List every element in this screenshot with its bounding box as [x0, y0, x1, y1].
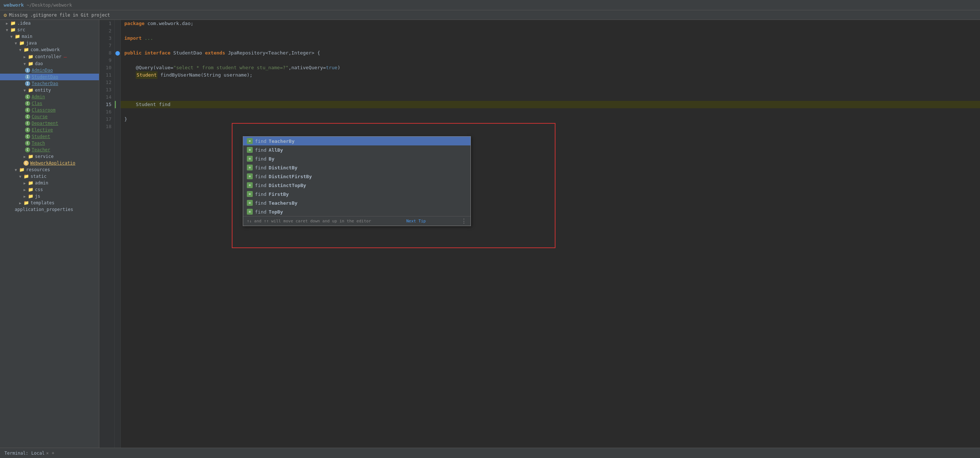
ac-suffix: DistinctBy: [269, 165, 297, 171]
line-num-15: 18: [102, 123, 111, 130]
sidebar-item-elective[interactable]: C Elective: [0, 127, 99, 133]
code-line-15[interactable]: Student find: [121, 101, 980, 108]
keyword: public: [124, 49, 145, 57]
sidebar-item-student[interactable]: C Student: [0, 133, 99, 140]
arrow-icon: ▶: [24, 181, 26, 185]
code-text: ...: [145, 35, 153, 42]
arrow-icon: ▼: [6, 28, 8, 32]
sidebar-item-resources[interactable]: ▼ 📁 resources: [0, 166, 99, 173]
sidebar-item-src[interactable]: ▼ 📁 src: [0, 27, 99, 33]
keyword: interface: [145, 49, 173, 57]
sidebar-item-clas[interactable]: C Clas: [0, 100, 99, 107]
sidebar-item-teacherdao[interactable]: I TeacherDao: [0, 80, 99, 87]
autocomplete-item-5[interactable]: findDistinctTopBy: [243, 181, 471, 190]
class-icon: C: [25, 147, 30, 152]
line-num-6: 9: [102, 57, 111, 64]
sidebar-item-java[interactable]: ▼ 📁 java: [0, 40, 99, 46]
sidebar-item-webworkapplication[interactable]: C WebworkApplicatio: [0, 160, 99, 166]
sidebar-item-label: admin: [35, 180, 48, 185]
method-icon: [247, 138, 253, 144]
sidebar-item-js[interactable]: ▶ 📁 js: [0, 193, 99, 199]
sidebar-item-label: dao: [35, 61, 43, 66]
code-line-2: [121, 27, 980, 35]
autocomplete-item-7[interactable]: findTeachersBy: [243, 198, 471, 207]
sidebar-item-idea[interactable]: ▶ 📁 .idea: [0, 20, 99, 27]
sidebar-item-templates[interactable]: ▶ 📁 templates: [0, 199, 99, 206]
autocomplete-item-6[interactable]: findFirstBy: [243, 190, 471, 198]
warning-text: Missing .gitignore file in Git project: [9, 13, 110, 18]
autocomplete-item-0[interactable]: findTeacherBy: [243, 137, 471, 145]
terminal-add-icon[interactable]: +: [51, 451, 54, 456]
arrow-icon: ▶: [24, 55, 26, 59]
keyword: package: [124, 20, 148, 27]
gutter-empty: [115, 64, 120, 72]
path: ~/Desktop/webwork: [27, 3, 72, 8]
class-icon: C: [25, 114, 30, 119]
code-text: [124, 72, 136, 79]
ac-suffix: DistinctTopBy: [269, 183, 306, 188]
class-icon: C: [25, 128, 30, 132]
code-container: 1 2 3 7 8 9 10 11 12 13 14 15 16 17 18: [99, 20, 980, 448]
ac-prefix: find: [255, 191, 266, 197]
code-text: @Query(value=: [124, 64, 173, 72]
sidebar-item-static[interactable]: ▼ 📁 static: [0, 173, 99, 180]
sidebar-item-label: main: [22, 34, 32, 39]
sidebar-item-admin[interactable]: C Admin: [0, 94, 99, 100]
sidebar-item-teacher[interactable]: C Teacher: [0, 147, 99, 153]
sidebar-item-label: AdminDao: [32, 68, 53, 73]
terminal-tab-local[interactable]: Local ×: [31, 451, 49, 456]
autocomplete-item-2[interactable]: findBy: [243, 154, 471, 163]
arrow-icon: ▶: [19, 201, 21, 205]
sidebar-item-studentdao[interactable]: I StudentDao: [0, 73, 99, 80]
terminal-close-icon[interactable]: ×: [46, 451, 49, 456]
warning-bar: ⚙ Missing .gitignore file in Git project: [0, 10, 980, 20]
highlighted-type: Student: [136, 72, 158, 79]
sidebar-item-main[interactable]: ▼ 📁 main: [0, 33, 99, 40]
autocomplete-item-3[interactable]: findDistinctBy: [243, 163, 471, 172]
folder-icon: 📁: [24, 174, 29, 179]
sidebar-item-department[interactable]: C Department: [0, 120, 99, 127]
main-layout: ▶ 📁 .idea ▼ 📁 src ▼ 📁 main ▼ 📁 java ▼ 📁 …: [0, 20, 980, 448]
line-num-8: 11: [102, 72, 111, 79]
autocomplete-footer: ↑↓ and ↑↑ will move caret down and up in…: [243, 216, 471, 226]
code-text: JpaRepository<Teacher,Integer> {: [228, 49, 320, 57]
sidebar-item-admin-static[interactable]: ▶ 📁 admin: [0, 180, 99, 186]
code-lines[interactable]: package com.webwork.dao; import ... publ…: [121, 20, 980, 448]
line-num-3: 3: [102, 35, 111, 42]
sidebar-item-appprops[interactable]: application_properties: [0, 206, 99, 213]
sidebar-item-dao[interactable]: ▼ 📁 dao: [0, 61, 99, 67]
autocomplete-item-4[interactable]: findDistinctFirstBy: [243, 172, 471, 181]
arrow-icon: ▶: [24, 155, 26, 159]
code-text: com.webwork.dao;: [148, 20, 194, 27]
ac-prefix: find: [255, 183, 266, 188]
ac-suffix: AllBy: [269, 147, 283, 153]
method-icon: [247, 182, 253, 188]
sidebar-item-classroom[interactable]: C Classroom: [0, 107, 99, 113]
code-text: Student find: [124, 101, 170, 108]
sidebar-item-label: Admin: [32, 94, 45, 99]
sidebar-item-css[interactable]: ▶ 📁 css: [0, 186, 99, 193]
sidebar-item-course[interactable]: C Course: [0, 113, 99, 120]
editor-area: 1 2 3 7 8 9 10 11 12 13 14 15 16 17 18: [99, 20, 980, 448]
code-line-11: Student findByUserName(String username);: [121, 72, 980, 79]
sidebar-item-label: js: [35, 194, 40, 199]
folder-icon: 📁: [24, 47, 29, 52]
sidebar-item-label: src: [17, 27, 25, 32]
sidebar-item-entity[interactable]: ▼ 📁 entity: [0, 87, 99, 94]
ac-suffix: TeachersBy: [269, 200, 297, 206]
more-options-icon[interactable]: ⋮: [461, 218, 467, 225]
sidebar-item-label: templates: [30, 200, 54, 206]
sidebar-item-controller[interactable]: ▶ 📁 controller —: [0, 53, 99, 61]
line-num-10: 13: [102, 86, 111, 94]
code-line-13: [121, 86, 980, 94]
sidebar-item-teach[interactable]: C Teach: [0, 140, 99, 147]
next-tip-link[interactable]: Next Tip: [406, 219, 426, 223]
sidebar-item-label: Course: [32, 114, 48, 119]
sidebar-item-service[interactable]: ▶ 📁 service: [0, 153, 99, 160]
arrow-icon: ▼: [10, 35, 13, 39]
sidebar-item-comwebwork[interactable]: ▼ 📁 com.webwork: [0, 46, 99, 53]
sidebar-item-admindao[interactable]: I AdminDao: [0, 67, 99, 73]
code-line-17: }: [121, 116, 980, 123]
autocomplete-item-8[interactable]: findTopBy: [243, 207, 471, 216]
autocomplete-item-1[interactable]: findAllBy: [243, 145, 471, 154]
